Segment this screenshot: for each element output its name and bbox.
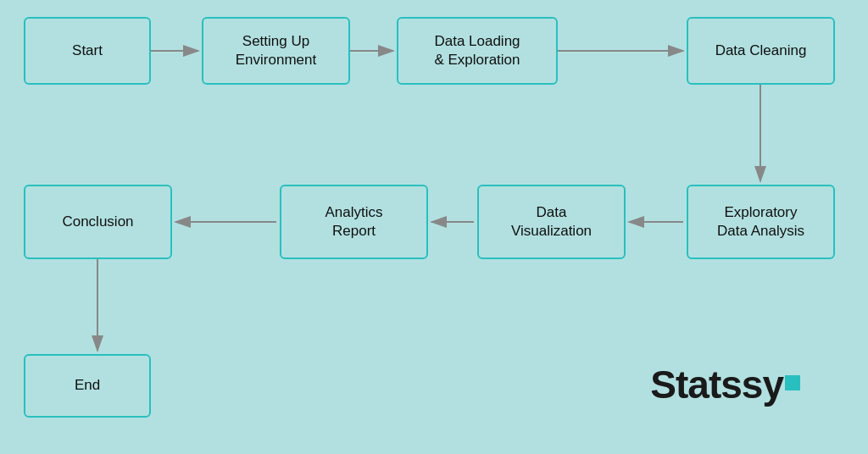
statssy-logo: Statssy [650, 362, 800, 407]
node-analytics-report: AnalyticsReport [280, 185, 428, 259]
node-exploratory: ExploratoryData Analysis [687, 185, 835, 259]
node-setting-up: Setting UpEnvironment [202, 17, 350, 85]
node-data-cleaning: Data Cleaning [687, 17, 835, 85]
node-end: End [24, 354, 151, 418]
node-data-viz: DataVisualization [477, 185, 626, 259]
statssy-dot [785, 375, 800, 390]
node-data-loading: Data Loading& Exploration [397, 17, 558, 85]
node-conclusion: Conclusion [24, 185, 172, 259]
flowchart: Start Setting UpEnvironment Data Loading… [0, 0, 868, 454]
statssy-text: Statssy [650, 362, 783, 407]
node-start: Start [24, 17, 151, 85]
